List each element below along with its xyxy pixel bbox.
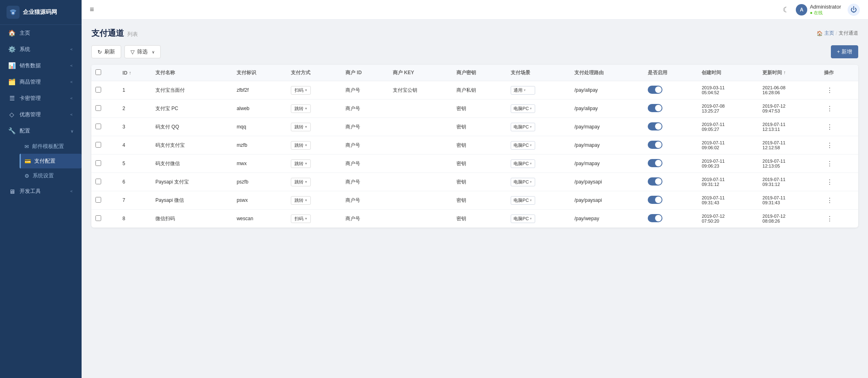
method-tag[interactable]: 跳转 ▾ <box>291 123 311 131</box>
row-merchant-secret: 密钥 <box>452 118 507 136</box>
row-merchant-secret: 密钥 <box>452 155 507 173</box>
more-options-button[interactable]: ⋮ <box>824 214 835 223</box>
filter-button[interactable]: ▽ 筛选 ∨ <box>124 45 161 58</box>
more-options-button[interactable]: ⋮ <box>824 123 835 131</box>
row-checkbox[interactable] <box>95 105 101 111</box>
scene-select[interactable]: 通用 ▾ <box>511 86 535 95</box>
method-tag[interactable]: 跳转 ▾ <box>291 196 311 205</box>
scene-select[interactable]: 电脑PC ▾ <box>511 214 535 223</box>
breadcrumb-home[interactable]: 主页 <box>824 30 834 37</box>
devtools-icon: 🖥 <box>8 188 16 195</box>
row-merchant-secret: 密钥 <box>452 173 507 191</box>
row-checkbox[interactable] <box>95 160 101 166</box>
sidebar-item-label: 主页 <box>20 29 73 37</box>
row-created-at: 2019-07-1207:50:20 <box>698 210 758 228</box>
more-options-button[interactable]: ⋮ <box>824 178 835 186</box>
select-arrow-icon: ▾ <box>530 217 532 221</box>
sidebar-item-email-tpl[interactable]: ✉ 邮件模板配置 <box>20 139 82 154</box>
scene-select[interactable]: 电脑PC ▾ <box>511 141 535 150</box>
row-merchant-secret: 密钥 <box>452 191 507 210</box>
row-identifier: pszfb <box>232 173 287 191</box>
sidebar-item-coupon[interactable]: ◇ 优惠管理 ＜ <box>0 106 82 123</box>
sidebar-item-config[interactable]: 🔧 配置 ∨ <box>0 123 82 139</box>
row-method: 跳转 ▾ <box>287 136 342 155</box>
sidebar-item-sys-settings[interactable]: ⚙ 系统设置 <box>20 168 82 183</box>
row-method: 跳转 ▾ <box>287 99 342 118</box>
sidebar-item-sales[interactable]: 📊 销售数据 ＜ <box>0 57 82 74</box>
row-scene: 电脑PC ▾ <box>507 191 570 210</box>
enabled-toggle[interactable] <box>648 104 662 112</box>
scene-select[interactable]: 电脑PC ▾ <box>511 159 535 168</box>
row-id: 2 <box>118 99 151 118</box>
sidebar-item-goods[interactable]: 🗂️ 商品管理 ＜ <box>0 74 82 90</box>
main-body: 支付通道 列表 🏠 主页 / 支付通道 ↻ 刷新 ▽ 筛选 ∨ <box>82 20 868 378</box>
sidebar-item-system[interactable]: ⚙️ 系统 ＜ <box>0 41 82 57</box>
row-id: 5 <box>118 155 151 173</box>
scene-select[interactable]: 电脑PC ▾ <box>511 196 535 205</box>
enabled-toggle[interactable] <box>648 141 662 149</box>
method-tag[interactable]: 扫码 ▾ <box>291 214 311 223</box>
scene-select[interactable]: 电脑PC ▾ <box>511 178 535 186</box>
row-id: 4 <box>118 136 151 155</box>
row-action: ⋮ <box>820 191 858 210</box>
row-enabled <box>644 118 698 136</box>
add-button[interactable]: + 新增 <box>831 45 858 58</box>
row-scene: 电脑PC ▾ <box>507 210 570 228</box>
row-updated-at: 2021-06-0816:28:06 <box>758 81 820 99</box>
more-options-button[interactable]: ⋮ <box>824 159 835 168</box>
row-checkbox[interactable] <box>95 124 101 129</box>
power-button[interactable]: ⏻ <box>848 4 860 16</box>
th-action: 操作 <box>820 65 858 81</box>
sidebar-item-cardkey[interactable]: ☰ 卡密管理 ＜ <box>0 90 82 106</box>
scene-select[interactable]: 电脑PC ▾ <box>511 123 535 131</box>
th-updated[interactable]: 更新时间 ↑ <box>758 65 820 81</box>
more-options-button[interactable]: ⋮ <box>824 104 835 113</box>
select-arrow-icon: ▾ <box>524 88 526 92</box>
more-options-button[interactable]: ⋮ <box>824 86 835 95</box>
theme-toggle-icon[interactable]: ☾ <box>783 5 789 14</box>
enabled-toggle[interactable] <box>648 196 662 204</box>
select-all-checkbox[interactable] <box>95 69 101 75</box>
enabled-toggle[interactable] <box>648 214 662 222</box>
method-tag[interactable]: 扫码 ▾ <box>291 86 311 95</box>
id-sort-container: ID ↑ <box>122 70 147 76</box>
row-merchant-key <box>389 191 452 210</box>
row-checkbox[interactable] <box>95 215 101 221</box>
sidebar-item-home[interactable]: 🏠 主页 <box>0 25 82 41</box>
row-checkbox[interactable] <box>95 142 101 148</box>
row-merchant-id: 商户号 <box>341 191 389 210</box>
row-scene: 电脑PC ▾ <box>507 155 570 173</box>
header-user: A Administrator ● 在线 <box>796 4 841 16</box>
more-options-button[interactable]: ⋮ <box>824 196 835 205</box>
row-route: /pay/mapay <box>570 118 644 136</box>
row-checkbox-cell <box>91 191 118 210</box>
row-checkbox[interactable] <box>95 197 101 203</box>
menu-toggle-icon[interactable]: ≡ <box>90 5 94 14</box>
chevron-icon: ＜ <box>69 63 73 69</box>
select-arrow-icon: ▾ <box>530 198 532 202</box>
row-route: /pay/paysapi <box>570 173 644 191</box>
enabled-toggle[interactable] <box>648 122 662 130</box>
sidebar-item-payment-config[interactable]: 💳 支付配置 <box>20 154 82 168</box>
method-tag[interactable]: 跳转 ▾ <box>291 104 311 113</box>
enabled-toggle[interactable] <box>648 86 662 94</box>
row-name: 支付宝当面付 <box>151 81 232 99</box>
scene-select[interactable]: 电脑PC ▾ <box>511 104 535 113</box>
more-options-button[interactable]: ⋮ <box>824 141 835 150</box>
breadcrumb-separator: / <box>836 31 837 36</box>
enabled-toggle[interactable] <box>648 177 662 186</box>
tag-arrow-icon: ▾ <box>305 143 307 147</box>
method-tag[interactable]: 跳转 ▾ <box>291 141 311 150</box>
sidebar-item-label: 销售数据 <box>20 62 69 69</box>
sidebar-item-devtools[interactable]: 🖥 开发工具 ＜ <box>0 183 82 199</box>
th-id[interactable]: ID ↑ <box>118 65 151 81</box>
refresh-button[interactable]: ↻ 刷新 <box>91 45 121 58</box>
row-checkbox[interactable] <box>95 179 101 184</box>
method-tag[interactable]: 跳转 ▾ <box>291 159 311 168</box>
row-action: ⋮ <box>820 99 858 118</box>
row-checkbox[interactable] <box>95 87 101 93</box>
row-merchant-id: 商户号 <box>341 81 389 99</box>
method-tag[interactable]: 跳转 ▾ <box>291 178 311 186</box>
row-method: 扫码 ▾ <box>287 81 342 99</box>
enabled-toggle[interactable] <box>648 159 662 167</box>
